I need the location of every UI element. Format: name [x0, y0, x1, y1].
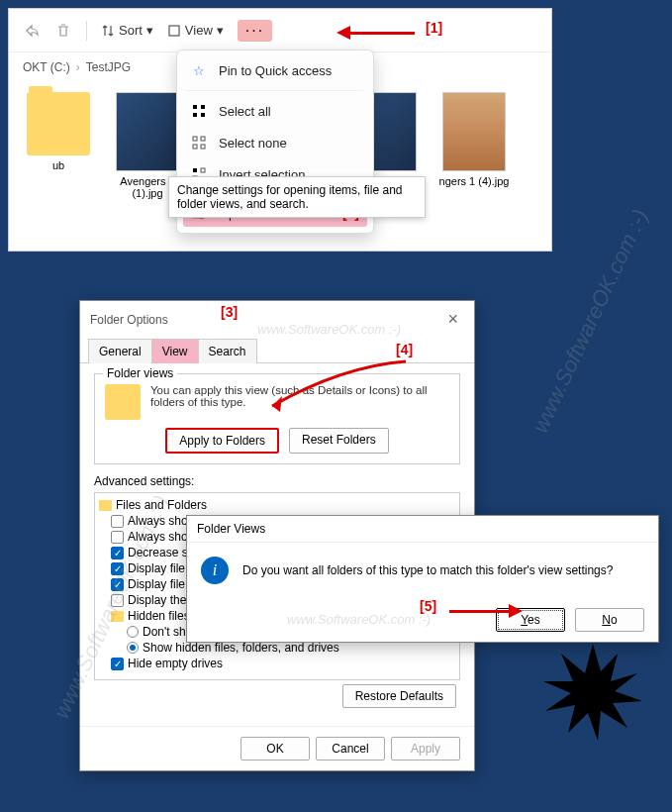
confirm-text: Do you want all folders of this type to … [242, 563, 613, 577]
tab-search[interactable]: Search [198, 339, 257, 363]
tree-item[interactable]: ✓Hide empty drives [99, 656, 455, 671]
file-name: ngers 1 (4).jpg [434, 175, 514, 187]
annotation-arrow [262, 356, 411, 426]
svg-point-16 [599, 683, 607, 691]
info-icon: i [201, 557, 229, 584]
tooltip: Change settings for opening items, file … [168, 176, 426, 218]
svg-rect-0 [169, 26, 179, 36]
svg-rect-10 [201, 168, 205, 172]
reset-folders-button[interactable]: Reset Folders [289, 428, 389, 454]
tab-view[interactable]: View [151, 339, 199, 363]
annotation-arrow [449, 604, 523, 618]
radio-icon[interactable] [127, 642, 139, 654]
close-button[interactable]: × [441, 309, 464, 330]
star-icon: ☆ [191, 62, 207, 78]
folder-icon [99, 500, 112, 511]
image-thumbnail [116, 92, 179, 171]
share-icon[interactable] [23, 22, 41, 40]
cancel-button[interactable]: Cancel [316, 737, 385, 761]
menu-select-all[interactable]: Select all [177, 95, 373, 127]
svg-rect-6 [201, 137, 205, 141]
checkbox-icon[interactable] [111, 515, 124, 528]
apply-button[interactable]: Apply [391, 737, 460, 761]
menu-label: Select all [219, 104, 271, 119]
svg-rect-9 [193, 168, 197, 172]
watermark: www.SoftwareOK.com :-) [287, 612, 431, 627]
advanced-label: Advanced settings: [94, 474, 460, 488]
grid-outline-icon [191, 135, 207, 151]
folder-grid-icon [105, 384, 141, 420]
grid-icon [191, 103, 207, 119]
view-button[interactable]: View ▾ [167, 23, 224, 38]
menu-label: Pin to Quick access [219, 63, 332, 78]
checkbox-icon[interactable]: ✓ [111, 658, 124, 670]
restore-defaults-button[interactable]: Restore Defaults [342, 684, 456, 708]
dialog-footer: OK Cancel Apply [80, 726, 474, 770]
group-legend: Folder views [103, 366, 177, 380]
svg-rect-2 [201, 105, 205, 109]
annotation-arrow [336, 26, 415, 40]
annotation-label: [1] [426, 20, 442, 36]
sort-button[interactable]: Sort ▾ [101, 23, 153, 38]
explorer-toolbar: Sort ▾ View ▾ ··· [9, 9, 551, 52]
mascot-icon [533, 634, 652, 753]
file-name: ub [19, 159, 98, 171]
svg-rect-8 [201, 145, 205, 149]
dialog-title: Folder Options [90, 313, 168, 327]
svg-rect-7 [193, 145, 197, 149]
delete-icon[interactable] [54, 22, 72, 40]
image-thumbnail [442, 92, 506, 171]
radio-icon[interactable] [127, 626, 139, 638]
svg-rect-3 [193, 113, 197, 117]
view-label: View [185, 23, 213, 38]
svg-rect-4 [201, 113, 205, 117]
apply-to-folders-button[interactable]: Apply to Folders [165, 428, 279, 454]
svg-rect-1 [193, 105, 197, 109]
watermark: www.SoftwareOK.com :-) [257, 322, 401, 337]
ok-button[interactable]: OK [240, 737, 310, 761]
file-item[interactable]: ngers 1 (4).jpg [434, 92, 514, 241]
confirm-title: Folder Views [187, 516, 658, 543]
no-button[interactable]: No [575, 608, 644, 632]
svg-rect-5 [193, 137, 197, 141]
folder-icon [27, 92, 90, 155]
annotation-label: [3] [221, 304, 238, 320]
chevron-right-icon: › [76, 60, 80, 74]
annotation-label: [4] [396, 342, 413, 357]
breadcrumb-part[interactable]: TestJPG [86, 60, 131, 74]
folder-item[interactable]: ub [19, 92, 98, 241]
menu-label: Select none [219, 136, 287, 151]
menu-pin[interactable]: ☆ Pin to Quick access [177, 54, 373, 86]
file-item[interactable]: Avengers 1 (1).jpg [108, 92, 187, 241]
checkbox-icon[interactable] [111, 531, 124, 544]
menu-select-none[interactable]: Select none [177, 127, 373, 158]
sort-label: Sort [119, 23, 143, 38]
tab-general[interactable]: General [88, 339, 152, 363]
more-button[interactable]: ··· [238, 20, 272, 42]
breadcrumb-part[interactable]: OKT (C:) [23, 60, 70, 74]
svg-point-15 [583, 675, 595, 687]
